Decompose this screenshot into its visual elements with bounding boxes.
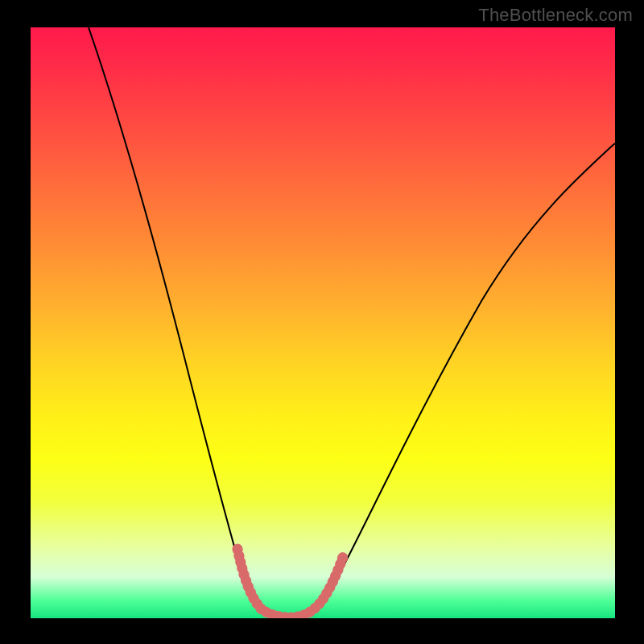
curve-layer bbox=[31, 27, 615, 618]
plot-area bbox=[31, 27, 615, 618]
watermark-text: TheBottleneck.com bbox=[478, 5, 633, 26]
bottleneck-curve bbox=[89, 27, 615, 617]
highlight-band bbox=[237, 549, 345, 617]
chart-frame: TheBottleneck.com bbox=[0, 0, 644, 644]
